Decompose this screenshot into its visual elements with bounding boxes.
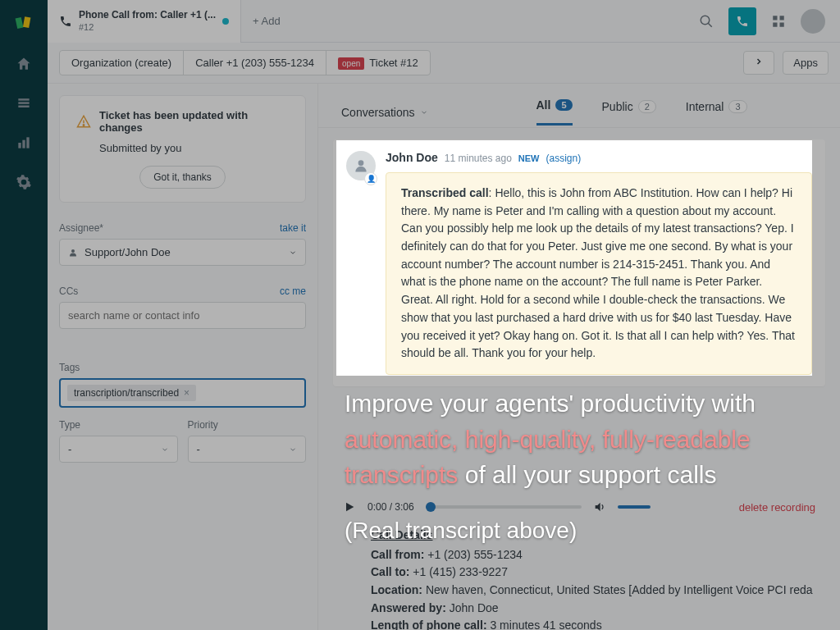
call-details: Call Details Call from: +1 (203) 555-123… bbox=[371, 527, 813, 630]
player-time: 0:00 / 3:06 bbox=[368, 501, 414, 513]
type-select[interactable]: - bbox=[59, 436, 178, 463]
update-notice: Ticket has been updated with changes Sub… bbox=[59, 95, 306, 203]
views-icon[interactable] bbox=[16, 95, 32, 112]
talk-button[interactable] bbox=[728, 7, 756, 35]
warning-icon bbox=[76, 114, 91, 129]
notice-subtitle: Submitted by you bbox=[99, 142, 289, 154]
priority-select[interactable]: - bbox=[188, 436, 307, 463]
message-avatar: 👤 bbox=[346, 151, 376, 180]
ccs-input[interactable] bbox=[59, 302, 306, 329]
take-it-link[interactable]: take it bbox=[280, 222, 306, 234]
svg-rect-10 bbox=[773, 16, 777, 20]
reports-icon[interactable] bbox=[16, 135, 32, 151]
conversation-tabs: Conversations All5 Public2 Internal3 bbox=[318, 84, 840, 128]
chevron-down-icon bbox=[420, 108, 428, 116]
type-label: Type bbox=[59, 419, 178, 431]
svg-point-8 bbox=[701, 16, 710, 25]
chevron-down-icon bbox=[289, 249, 297, 257]
left-nav-rail bbox=[0, 0, 48, 630]
svg-point-15 bbox=[83, 125, 84, 126]
svg-point-16 bbox=[71, 249, 75, 253]
app-logo bbox=[15, 15, 33, 33]
volume-icon[interactable] bbox=[593, 500, 606, 514]
chevron-down-icon bbox=[289, 445, 297, 454]
add-tab-button[interactable]: + Add bbox=[241, 15, 292, 27]
svg-rect-7 bbox=[26, 137, 29, 148]
svg-rect-5 bbox=[18, 143, 21, 148]
message-time: 11 minutes ago bbox=[445, 153, 512, 164]
conversation-panel: Conversations All5 Public2 Internal3 👤 J… bbox=[318, 84, 840, 630]
svg-rect-6 bbox=[22, 140, 25, 148]
svg-rect-3 bbox=[18, 102, 29, 104]
tab-all[interactable]: All5 bbox=[536, 98, 573, 126]
svg-rect-1 bbox=[23, 16, 30, 28]
tab-internal[interactable]: Internal3 bbox=[686, 100, 747, 125]
delete-recording-link[interactable]: delete recording bbox=[739, 501, 815, 514]
cc-me-link[interactable]: cc me bbox=[280, 285, 306, 297]
ccs-label: CCs bbox=[59, 285, 78, 297]
play-button[interactable] bbox=[343, 500, 356, 514]
message-author: John Doe bbox=[386, 151, 438, 164]
audio-player: 0:00 / 3:06 delete recording bbox=[318, 491, 840, 523]
message-card: 👤 John Doe 11 minutes ago NEW (assign) T… bbox=[333, 139, 825, 386]
ticket-properties-panel: Ticket has been updated with changes Sub… bbox=[48, 84, 318, 630]
svg-line-9 bbox=[708, 23, 712, 27]
breadcrumb-caller[interactable]: Caller +1 (203) 555-1234 bbox=[184, 51, 326, 75]
open-badge: open bbox=[338, 57, 364, 70]
tab-subtitle: #12 bbox=[79, 21, 216, 33]
svg-marker-18 bbox=[346, 503, 354, 512]
tag-chip[interactable]: transcription/transcribed× bbox=[67, 385, 196, 401]
breadcrumb-row: Organization (create) Caller +1 (203) 55… bbox=[48, 43, 840, 84]
assignee-label: Assignee* bbox=[59, 222, 103, 234]
transcript-body: : Hello, this is John from ABC Instituti… bbox=[401, 186, 795, 359]
avatar-badge-icon: 👤 bbox=[364, 172, 377, 185]
home-icon[interactable] bbox=[16, 56, 32, 72]
svg-point-17 bbox=[358, 160, 364, 166]
svg-rect-4 bbox=[18, 106, 29, 108]
seek-track[interactable] bbox=[426, 505, 582, 509]
admin-icon[interactable] bbox=[16, 174, 32, 190]
phone-icon bbox=[59, 15, 72, 28]
conversations-dropdown[interactable]: Conversations bbox=[341, 106, 428, 119]
breadcrumb-ticket[interactable]: openTicket #12 bbox=[326, 51, 430, 75]
svg-rect-2 bbox=[18, 98, 29, 101]
priority-label: Priority bbox=[188, 419, 307, 431]
new-badge: NEW bbox=[518, 153, 540, 163]
assignee-select[interactable]: Support/John Doe bbox=[59, 239, 306, 266]
remove-tag-icon[interactable]: × bbox=[184, 387, 189, 399]
notice-title: Ticket has been updated with changes bbox=[99, 109, 289, 134]
apps-button[interactable]: Apps bbox=[783, 51, 829, 75]
chevron-down-icon bbox=[161, 445, 169, 454]
person-icon bbox=[68, 248, 78, 258]
unsaved-indicator bbox=[222, 18, 229, 25]
svg-rect-12 bbox=[773, 22, 777, 26]
search-icon[interactable] bbox=[699, 14, 714, 29]
transcript-box: Transcribed call: Hello, this is John fr… bbox=[386, 172, 812, 375]
call-details-heading: Call Details bbox=[371, 527, 813, 545]
tags-label: Tags bbox=[59, 362, 80, 373]
svg-rect-13 bbox=[780, 22, 784, 26]
breadcrumb: Organization (create) Caller +1 (203) 55… bbox=[59, 50, 431, 75]
user-avatar[interactable] bbox=[801, 9, 825, 34]
transcript-label: Transcribed call bbox=[401, 186, 489, 199]
tab-title: Phone Call from: Caller +1 (... bbox=[79, 9, 216, 22]
tags-input[interactable]: transcription/transcribed× bbox=[59, 378, 306, 408]
top-bar: Phone Call from: Caller +1 (... #12 + Ad… bbox=[48, 0, 840, 43]
breadcrumb-org[interactable]: Organization (create) bbox=[60, 51, 184, 75]
volume-track[interactable] bbox=[618, 505, 651, 509]
seek-thumb[interactable] bbox=[426, 502, 436, 512]
svg-rect-0 bbox=[16, 17, 24, 29]
tab-public[interactable]: Public2 bbox=[602, 100, 656, 125]
next-button[interactable] bbox=[743, 51, 774, 75]
ticket-tab[interactable]: Phone Call from: Caller +1 (... #12 bbox=[48, 0, 241, 43]
svg-rect-11 bbox=[780, 16, 784, 20]
assign-link[interactable]: (assign) bbox=[546, 153, 582, 164]
apps-grid-icon[interactable] bbox=[771, 14, 786, 29]
dismiss-notice-button[interactable]: Got it, thanks bbox=[139, 166, 226, 189]
